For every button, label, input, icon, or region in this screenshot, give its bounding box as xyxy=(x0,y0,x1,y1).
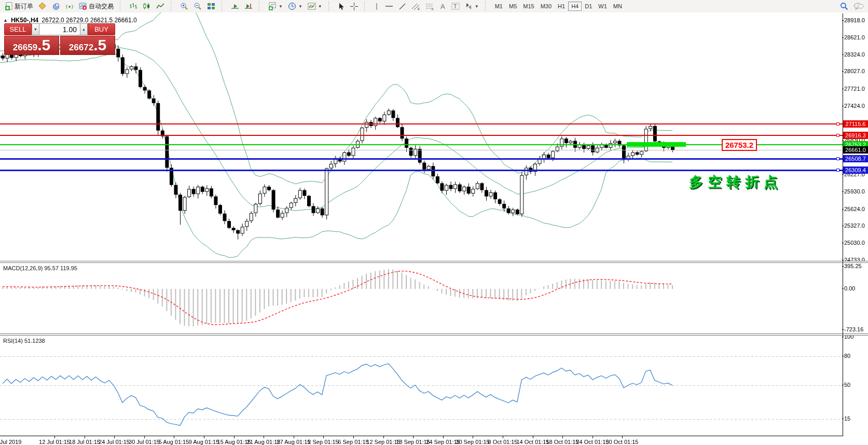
price-axis-tick: 28918.0 xyxy=(844,17,865,23)
horizontal-line-26916.3[interactable] xyxy=(0,135,843,136)
timeframe-button-W1[interactable]: W1 xyxy=(595,2,610,11)
autotrading-button[interactable]: 自动交易 xyxy=(76,2,116,11)
auto-scroll-icon xyxy=(231,3,239,10)
horizontal-line-27115.6[interactable] xyxy=(0,123,843,124)
line-anchor-handle[interactable] xyxy=(836,169,839,172)
price-flag-label[interactable]: 26753.2 xyxy=(722,139,757,151)
horizontal-line-26753.2[interactable] xyxy=(0,144,843,145)
time-axis-label: 8 Oct 01:15 xyxy=(488,439,518,445)
text-label-tool-button[interactable]: T xyxy=(449,2,462,11)
text-tool-button[interactable]: A xyxy=(437,2,449,11)
time-axis-tick xyxy=(353,436,354,438)
price-axis-tick: 25624.0 xyxy=(844,206,865,212)
dropdown-arrow-icon: ▼ xyxy=(475,4,479,9)
time-axis-tick xyxy=(204,436,204,438)
macd-signal-value: 119.95 xyxy=(60,265,77,271)
rsi-panel-splitter[interactable] xyxy=(0,333,868,336)
macd-panel-splitter[interactable] xyxy=(0,261,868,263)
svg-text:F: F xyxy=(432,8,434,10)
time-axis-tick xyxy=(622,436,623,438)
mql5-community-button[interactable] xyxy=(49,2,63,11)
timeframe-button-M1[interactable]: M1 xyxy=(492,2,506,11)
profiles-button[interactable]: ▼ xyxy=(285,2,305,11)
timeframe-button-M30[interactable]: M30 xyxy=(538,2,555,11)
tile-windows-button[interactable] xyxy=(204,2,218,11)
volume-input[interactable]: 1.00 xyxy=(39,23,80,35)
line-price-label: 26916.3 xyxy=(843,132,868,139)
sell-price-main: 26659 xyxy=(13,43,37,53)
timeframe-button-D1[interactable]: D1 xyxy=(582,2,595,11)
line-chart-mode-button[interactable] xyxy=(154,2,167,11)
price-axis-tick: 25930.0 xyxy=(844,188,865,194)
zoom-in-button[interactable] xyxy=(177,2,191,11)
chat-icon[interactable] xyxy=(853,2,864,10)
zoom-out-button[interactable] xyxy=(191,2,204,11)
horizontal-line-26508.7[interactable] xyxy=(0,158,843,160)
cursor-tool-button[interactable] xyxy=(335,2,348,11)
line-anchor-handle[interactable] xyxy=(836,134,839,137)
signals-button[interactable] xyxy=(63,2,76,11)
new-order-button[interactable]: 新订单 xyxy=(2,2,36,11)
volume-increase-button[interactable]: ▲ xyxy=(80,23,88,35)
timeframe-button-H4[interactable]: H4 xyxy=(568,2,582,11)
price-axis-tick: 28621.0 xyxy=(844,34,865,40)
horizontal-line-icon xyxy=(385,3,393,10)
buy-price-main: 26672 xyxy=(69,43,93,53)
auto-scroll-button[interactable] xyxy=(228,2,242,11)
line-anchor-handle[interactable] xyxy=(836,122,839,126)
clock-icon xyxy=(288,2,296,10)
timeframe-button-M5[interactable]: M5 xyxy=(506,2,520,11)
svg-text:A: A xyxy=(440,3,445,10)
new-chart-button[interactable]: ▼ xyxy=(266,2,285,11)
sell-button[interactable]: SELL xyxy=(4,23,32,35)
candlestick-mode-button[interactable] xyxy=(140,2,154,11)
time-axis-tick xyxy=(85,436,85,438)
chart-window[interactable]: ▲ HK50-,H4 26722.0 26729.0 26621.5 26661… xyxy=(0,12,868,445)
crosshair-tool-button[interactable] xyxy=(348,2,361,11)
chart-shift-button[interactable] xyxy=(242,2,255,11)
macd-axis-tick: -723.16 xyxy=(844,326,863,332)
time-axis-tick xyxy=(234,436,235,438)
text-label-icon: T xyxy=(451,3,460,10)
time-axis-label: 30 Oct 01:15 xyxy=(606,439,639,445)
volume-decrease-button[interactable]: ▼ xyxy=(32,23,39,35)
horizontal-line-26661.0[interactable] xyxy=(0,150,843,150)
turning-point-highlight[interactable] xyxy=(627,142,686,147)
time-axis-label: 21 Aug 01:15 xyxy=(247,439,281,445)
market-watch-button[interactable] xyxy=(36,2,49,11)
vertical-line-icon xyxy=(374,3,380,10)
line-price-label: 26661.0 xyxy=(843,146,868,154)
macd-main-value: 95.57 xyxy=(44,265,59,271)
chart-canvas[interactable] xyxy=(0,12,843,445)
equidistant-channel-tool-button[interactable]: E xyxy=(409,2,423,11)
bar-chart-mode-button[interactable] xyxy=(127,2,140,11)
time-axis-line xyxy=(0,436,843,436)
search-icon[interactable] xyxy=(840,2,848,10)
price-axis-tick: 27721.0 xyxy=(844,86,865,92)
trendline-icon xyxy=(398,3,406,10)
trendline-tool-button[interactable] xyxy=(396,2,409,11)
timeframe-button-H1[interactable]: H1 xyxy=(555,2,568,11)
cursor-icon xyxy=(338,3,345,10)
new-chart-icon xyxy=(268,2,277,10)
indicators-icon xyxy=(308,2,316,10)
buy-button[interactable]: BUY xyxy=(88,23,115,35)
line-price-label: 27115.6 xyxy=(843,120,868,128)
timeframe-button-MN[interactable]: MN xyxy=(610,2,625,11)
horizontal-line-26309.4[interactable] xyxy=(0,170,843,171)
horizontal-line-tool-button[interactable] xyxy=(382,2,396,11)
time-axis-tick xyxy=(323,436,324,438)
sell-price-button[interactable]: 26659 .5 xyxy=(4,36,59,55)
buy-price-button[interactable]: 26672 .5 xyxy=(60,36,115,55)
collapse-indicator-icon[interactable]: ▲ xyxy=(3,18,8,23)
vertical-line-tool-button[interactable] xyxy=(371,2,382,11)
indicators-button[interactable]: ▼ xyxy=(305,2,325,11)
timeframe-button-M15[interactable]: M15 xyxy=(520,2,537,11)
dropdown-arrow-icon: ▼ xyxy=(318,4,322,9)
chart-title: ▲ HK50-,H4 26722.0 26729.0 26621.5 26661… xyxy=(3,17,137,24)
arrows-tool-button[interactable]: ▼ xyxy=(462,2,481,11)
signal-icon xyxy=(65,2,74,10)
line-anchor-handle[interactable] xyxy=(836,157,839,160)
chart-annotation-text[interactable]: 多空转折点 xyxy=(689,173,782,191)
fibonacci-tool-button[interactable]: F xyxy=(423,2,437,11)
